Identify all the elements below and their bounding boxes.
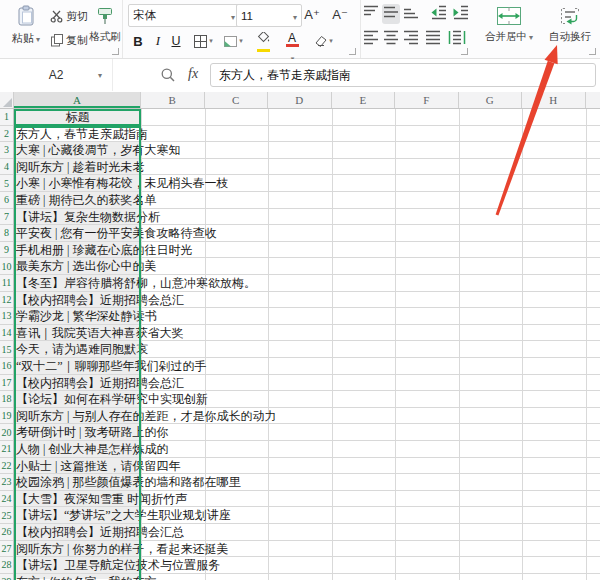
- font-dialog-launcher-icon[interactable]: [349, 48, 356, 55]
- distribute-button[interactable]: [446, 29, 468, 49]
- cell-row-14[interactable]: 喜讯｜我院英语大神喜获省大奖: [0, 325, 600, 342]
- column-header-E[interactable]: E: [332, 92, 396, 108]
- cell-row-9[interactable]: 手机相册 | 珍藏在心底的往日时光: [0, 242, 600, 259]
- cell-row-15[interactable]: 今天，请为遇难同胞默哀: [0, 341, 600, 358]
- cell-row-16[interactable]: “双十二”｜聊聊那些年我们剁过的手: [0, 358, 600, 375]
- merge-center-button[interactable]: 合并居中: [478, 2, 540, 54]
- wrap-text-button[interactable]: 自动换行: [544, 2, 596, 54]
- cell-row-2[interactable]: 东方人，春节走亲戚指南: [0, 126, 600, 143]
- paste-button[interactable]: 粘贴: [4, 3, 48, 55]
- formula-input[interactable]: 东方人，春节走亲戚指南: [210, 63, 596, 87]
- cell-row-5[interactable]: 小寒 | 小寒惟有梅花饺，未见梢头春一枝: [0, 175, 600, 192]
- cell-row-24[interactable]: 【大雪】夜深知雪重 时闻折竹声: [0, 491, 600, 508]
- column-header-F[interactable]: F: [395, 92, 459, 108]
- cell-row-17[interactable]: 【校内招聘会】近期招聘会总汇: [0, 375, 600, 392]
- cell-row-6[interactable]: 重磅 | 期待已久的获奖名单: [0, 192, 600, 209]
- font-name-select[interactable]: 宋体: [128, 4, 240, 27]
- row-number-13[interactable]: 13: [0, 308, 13, 325]
- row-number-26[interactable]: 26: [0, 524, 13, 541]
- alignment-dialog-launcher-icon[interactable]: [461, 48, 468, 55]
- cell-shading-button[interactable]: [220, 30, 246, 52]
- row-number-14[interactable]: 14: [0, 325, 13, 342]
- bold-button[interactable]: B: [130, 30, 146, 52]
- column-header-C[interactable]: C: [205, 92, 269, 108]
- row-number-9[interactable]: 9: [0, 242, 13, 259]
- cell-row-29[interactable]: 东方 | 你的名字，我的东方: [0, 574, 600, 580]
- row-number-27[interactable]: 27: [0, 541, 13, 558]
- merge-dialog-launcher-icon[interactable]: [589, 48, 596, 55]
- cell-row-11[interactable]: 【冬至】岸容待腊将舒柳，山意冲寒欲放梅。: [0, 275, 600, 292]
- font-color-button[interactable]: A: [280, 30, 304, 52]
- row-number-4[interactable]: 4: [0, 159, 13, 176]
- italic-button[interactable]: I: [152, 30, 164, 52]
- row-number-10[interactable]: 10: [0, 258, 13, 275]
- cell-row-23[interactable]: 校园涂鸦 | 那些颜值爆表的墙和路都在哪里: [0, 474, 600, 491]
- cell-row-4[interactable]: 阅听东方 | 趁着时光未老: [0, 159, 600, 176]
- cell-row-21[interactable]: 人物 | 创业大神是怎样炼成的: [0, 441, 600, 458]
- cell-row-8[interactable]: 平安夜 | 您有一份平安美食攻略待查收: [0, 225, 600, 242]
- row-number-23[interactable]: 23: [0, 474, 13, 491]
- row-number-20[interactable]: 20: [0, 424, 13, 441]
- align-top-button[interactable]: [362, 4, 380, 24]
- underline-button[interactable]: U: [168, 30, 184, 52]
- clear-formatting-button[interactable]: [310, 30, 336, 52]
- cell-row-13[interactable]: 学霸沙龙 | 繁华深处静读书: [0, 308, 600, 325]
- increase-font-size-button[interactable]: A⁺: [300, 3, 324, 25]
- row-number-8[interactable]: 8: [0, 225, 13, 242]
- cell-row-20[interactable]: 考研倒计时 | 致考研路上的你: [0, 424, 600, 441]
- row-number-18[interactable]: 18: [0, 391, 13, 408]
- cell-row-28[interactable]: 【讲坛】卫星导航定位技术与位置服务: [0, 557, 600, 574]
- align-center-button[interactable]: [382, 29, 400, 49]
- column-header-H[interactable]: H: [522, 92, 586, 108]
- clipboard-dialog-launcher-icon[interactable]: [112, 48, 119, 55]
- row-number-17[interactable]: 17: [0, 375, 13, 392]
- row-number-16[interactable]: 16: [0, 358, 13, 375]
- cell-row-22[interactable]: 小贴士 | 这篇推送，请保留四年: [0, 458, 600, 475]
- decrease-indent-button[interactable]: [428, 4, 450, 24]
- row-number-7[interactable]: 7: [0, 209, 13, 226]
- align-left-button[interactable]: [362, 29, 380, 49]
- font-size-select[interactable]: 11: [236, 4, 302, 27]
- row-number-2[interactable]: 2: [0, 126, 13, 143]
- column-header-D[interactable]: D: [268, 92, 332, 108]
- row-number-21[interactable]: 21: [0, 441, 13, 458]
- row-number-19[interactable]: 19: [0, 408, 13, 425]
- align-middle-button[interactable]: [382, 4, 400, 24]
- decrease-font-size-button[interactable]: A⁻: [328, 3, 352, 25]
- row-number-12[interactable]: 12: [0, 292, 13, 309]
- cell-row-10[interactable]: 最美东方 | 选出你心中的美: [0, 258, 600, 275]
- column-header-A[interactable]: A: [14, 92, 141, 108]
- row-number-5[interactable]: 5: [0, 175, 13, 192]
- row-number-3[interactable]: 3: [0, 142, 13, 159]
- cell-row-27[interactable]: 阅听东方 | 你努力的样子，看起来还挺美: [0, 541, 600, 558]
- justify-button[interactable]: [424, 29, 442, 49]
- row-number-11[interactable]: 11: [0, 275, 13, 292]
- column-header-G[interactable]: G: [459, 92, 523, 108]
- cell-row-18[interactable]: 【论坛】如何在科学研究中实现创新: [0, 391, 600, 408]
- row-number-28[interactable]: 28: [0, 557, 13, 574]
- cell-row-1[interactable]: 标题: [0, 109, 600, 126]
- name-box[interactable]: A2: [0, 59, 113, 91]
- fill-color-button[interactable]: [250, 30, 276, 52]
- cell-row-3[interactable]: 大寒 | 心藏後凋节，岁有大寒知: [0, 142, 600, 159]
- row-number-6[interactable]: 6: [0, 192, 13, 209]
- cell-row-7[interactable]: 【讲坛】复杂生物数据分析: [0, 209, 600, 226]
- fx-icon[interactable]: fx: [188, 66, 198, 82]
- cell-row-12[interactable]: 【校内招聘会】近期招聘会总汇: [0, 292, 600, 309]
- row-number-29[interactable]: 29: [0, 574, 13, 580]
- row-number-1[interactable]: 1: [0, 109, 13, 126]
- row-number-22[interactable]: 22: [0, 458, 13, 475]
- align-bottom-button[interactable]: [402, 4, 420, 24]
- cell-row-26[interactable]: 【校内招聘会】近期招聘会汇总: [0, 524, 600, 541]
- row-number-24[interactable]: 24: [0, 491, 13, 508]
- select-all-corner[interactable]: [0, 92, 14, 108]
- increase-indent-button[interactable]: [450, 4, 472, 24]
- borders-button[interactable]: [190, 30, 216, 52]
- cell-row-19[interactable]: 阅听东方 | 与别人存在的差距，才是你成长的动力: [0, 408, 600, 425]
- magnifier-icon[interactable]: [160, 67, 176, 83]
- row-number-25[interactable]: 25: [0, 507, 13, 524]
- row-number-15[interactable]: 15: [0, 341, 13, 358]
- column-header-B[interactable]: B: [141, 92, 205, 108]
- align-right-button[interactable]: [402, 29, 420, 49]
- cell-row-25[interactable]: 【讲坛】“梦讲坛”之大学生职业规划讲座: [0, 507, 600, 524]
